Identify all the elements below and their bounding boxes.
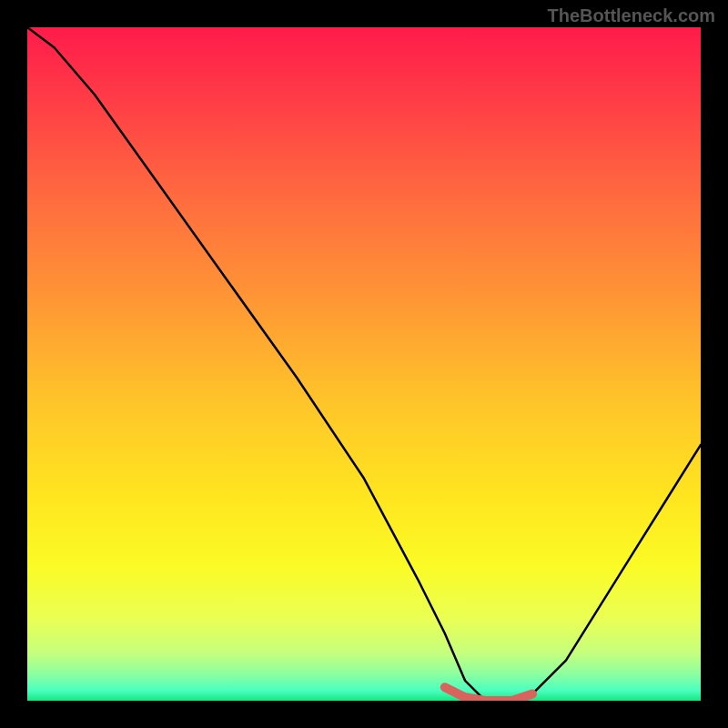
bottleneck-curve-path bbox=[27, 27, 701, 701]
chart-curve-layer bbox=[27, 27, 701, 701]
optimal-range-highlight bbox=[445, 687, 532, 701]
chart-plot-area bbox=[27, 27, 701, 701]
watermark-text: TheBottleneck.com bbox=[548, 5, 715, 26]
